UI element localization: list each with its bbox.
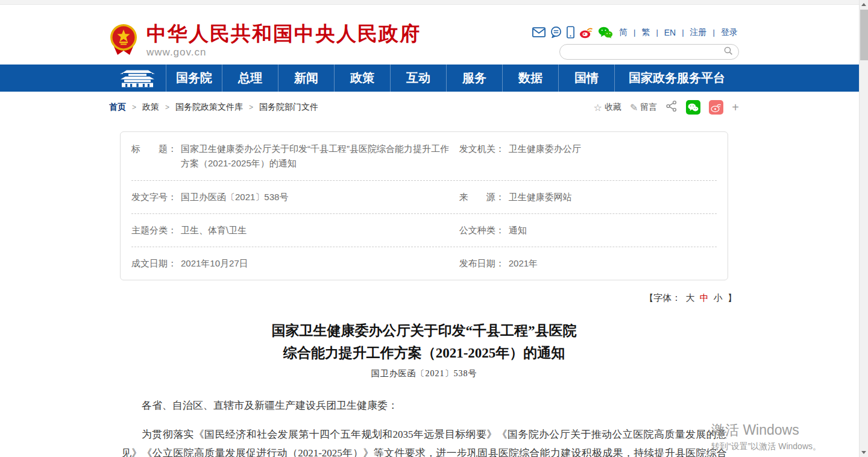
font-widget-prefix: 【字体： xyxy=(644,292,681,303)
main-navigation: 国务院 总理 新闻 政策 互动 服务 数据 国情 国家政务服务平台 xyxy=(0,65,868,92)
nav-item-premier[interactable]: 总理 xyxy=(222,65,278,92)
scrollbar-up-arrow[interactable] xyxy=(860,0,868,9)
site-logo[interactable]: 中华人民共和国中央人民政府 www.gov.cn xyxy=(109,23,421,58)
share-icon[interactable] xyxy=(665,100,678,115)
breadcrumb-separator: > xyxy=(165,103,169,112)
lang-simplified[interactable]: 简 xyxy=(619,27,627,38)
share-weibo-icon[interactable] xyxy=(709,100,723,115)
comment-icon[interactable] xyxy=(550,27,562,38)
lang-english[interactable]: EN xyxy=(664,28,676,37)
nav-home-tiananmen-icon[interactable] xyxy=(109,65,166,92)
body-paragraph: 为贯彻落实《国民经济和社会发展第十四个五年规划和2035年远景目标纲要》《国务院… xyxy=(121,425,727,457)
meta-label-written-date: 成文日期： xyxy=(131,256,181,271)
comment-label: 留言 xyxy=(640,102,657,113)
meta-value-document-type: 通知 xyxy=(509,223,717,238)
nav-item-data[interactable]: 数据 xyxy=(502,65,558,92)
pencil-icon: ✎ xyxy=(630,102,638,113)
search-input[interactable] xyxy=(567,48,723,57)
font-size-small-button[interactable]: 小 xyxy=(714,292,723,303)
meta-label-title: 标 题： xyxy=(131,142,181,171)
document-title: 国家卫生健康委办公厅关于印发“千县工程”县医院 综合能力提升工作方案（2021-… xyxy=(109,320,739,364)
link-separator: | xyxy=(682,28,684,37)
breadcrumb-policy-library[interactable]: 国务院政策文件库 xyxy=(175,102,243,113)
link-separator: | xyxy=(656,28,658,37)
site-header: 中华人民共和国中央人民政府 www.gov.cn xyxy=(0,5,868,65)
font-widget-suffix: 】 xyxy=(728,292,737,303)
weibo-icon[interactable] xyxy=(579,27,593,39)
document-metadata-card: 标 题： 国家卫生健康委办公厅关于印发“千县工程”县医院综合能力提升工作方案（2… xyxy=(120,131,728,280)
search-box[interactable] xyxy=(559,44,739,60)
meta-value-topic-category: 卫生、体育\卫生 xyxy=(181,223,451,238)
meta-label-source: 来 源： xyxy=(459,190,509,204)
nav-item-gov-service-platform[interactable]: 国家政务服务平台 xyxy=(614,65,739,92)
breadcrumb-row: 首页 > 政策 > 国务院政策文件库 > 国务院部门文件 ☆ 收藏 ✎ 留言 + xyxy=(109,100,739,115)
document-body: 各省、自治区、直辖市及新疆生产建设兵团卫生健康委： 为贯彻落实《国民经济和社会发… xyxy=(109,396,739,457)
star-icon: ☆ xyxy=(594,102,602,113)
meta-row: 成文日期： 2021年10月27日 发布日期： 2021年 xyxy=(131,247,717,280)
meta-label-document-number: 发文字号： xyxy=(131,190,181,204)
meta-label-issuing-agency: 发文机关： xyxy=(459,142,509,171)
share-wechat-icon[interactable] xyxy=(686,100,700,115)
meta-value-document-number: 国卫办医函〔2021〕538号 xyxy=(181,190,451,204)
breadcrumb-policy[interactable]: 政策 xyxy=(142,102,159,113)
mail-icon[interactable] xyxy=(532,27,546,37)
comment-button[interactable]: ✎ 留言 xyxy=(630,102,657,113)
search-button[interactable] xyxy=(723,46,734,58)
page-tools: ☆ 收藏 ✎ 留言 + xyxy=(594,100,739,115)
font-size-medium-button[interactable]: 中 xyxy=(700,292,709,303)
more-tools-button[interactable]: + xyxy=(732,101,739,115)
breadcrumb-separator: > xyxy=(249,103,253,112)
national-emblem-icon xyxy=(109,24,138,58)
meta-value-title: 国家卫生健康委办公厅关于印发“千县工程”县医院综合能力提升工作方案（2021-2… xyxy=(181,142,451,171)
salutation-paragraph: 各省、自治区、直辖市及新疆生产建设兵团卫生健康委： xyxy=(121,396,727,415)
breadcrumb-home[interactable]: 首页 xyxy=(109,102,126,113)
top-strip xyxy=(0,0,868,5)
nav-item-state-council[interactable]: 国务院 xyxy=(166,65,222,92)
font-size-widget: 【字体： 大 中 小 】 xyxy=(109,292,739,304)
document-title-line1: 国家卫生健康委办公厅关于印发“千县工程”县医院 xyxy=(272,323,577,338)
nav-item-policy[interactable]: 政策 xyxy=(334,65,390,92)
link-separator: | xyxy=(713,28,715,37)
document-article: 国家卫生健康委办公厅关于印发“千县工程”县医院 综合能力提升工作方案（2021-… xyxy=(109,320,739,457)
nav-item-interact[interactable]: 互动 xyxy=(390,65,446,92)
meta-row: 主题分类： 卫生、体育\卫生 公文种类： 通知 xyxy=(131,214,717,247)
breadcrumb: 首页 > 政策 > 国务院政策文件库 > 国务院部门文件 xyxy=(109,102,318,113)
mobile-icon[interactable] xyxy=(567,26,574,39)
meta-label-document-type: 公文种类： xyxy=(459,223,509,238)
document-number: 国卫办医函〔2021〕538号 xyxy=(109,368,739,379)
wechat-icon[interactable] xyxy=(598,27,613,39)
breadcrumb-department-documents[interactable]: 国务院部门文件 xyxy=(259,102,318,113)
nav-item-national-conditions[interactable]: 国情 xyxy=(558,65,614,92)
font-size-large-button[interactable]: 大 xyxy=(685,292,694,303)
meta-value-written-date: 2021年10月27日 xyxy=(181,256,451,271)
login-link[interactable]: 登录 xyxy=(721,27,738,38)
vertical-scrollbar[interactable] xyxy=(859,0,868,457)
search-icon xyxy=(723,46,734,58)
meta-row: 标 题： 国家卫生健康委办公厅关于印发“千县工程”县医院综合能力提升工作方案（2… xyxy=(131,132,717,181)
favorite-label: 收藏 xyxy=(605,102,621,113)
site-url: www.gov.cn xyxy=(146,46,421,58)
lang-traditional[interactable]: 繁 xyxy=(641,27,650,38)
meta-row: 发文字号： 国卫办医函〔2021〕538号 来 源： 卫生健康委网站 xyxy=(131,181,717,214)
site-title: 中华人民共和国中央人民政府 xyxy=(146,23,421,45)
meta-label-topic-category: 主题分类： xyxy=(131,223,181,238)
register-link[interactable]: 注册 xyxy=(690,27,707,38)
link-separator: | xyxy=(634,28,635,37)
nav-item-services[interactable]: 服务 xyxy=(446,65,502,92)
nav-item-news[interactable]: 新闻 xyxy=(278,65,334,92)
breadcrumb-separator: > xyxy=(132,103,136,112)
favorite-button[interactable]: ☆ 收藏 xyxy=(594,102,621,113)
document-title-line2: 综合能力提升工作方案（2021-2025年）的通知 xyxy=(283,345,565,361)
meta-label-publish-date: 发布日期： xyxy=(459,256,509,271)
meta-value-source: 卫生健康委网站 xyxy=(509,190,717,204)
scrollbar-thumb[interactable] xyxy=(860,10,868,60)
meta-value-issuing-agency: 卫生健康委办公厅 xyxy=(509,142,717,171)
scrollbar-down-arrow[interactable] xyxy=(860,448,868,457)
meta-value-publish-date: 2021年 xyxy=(509,256,717,271)
